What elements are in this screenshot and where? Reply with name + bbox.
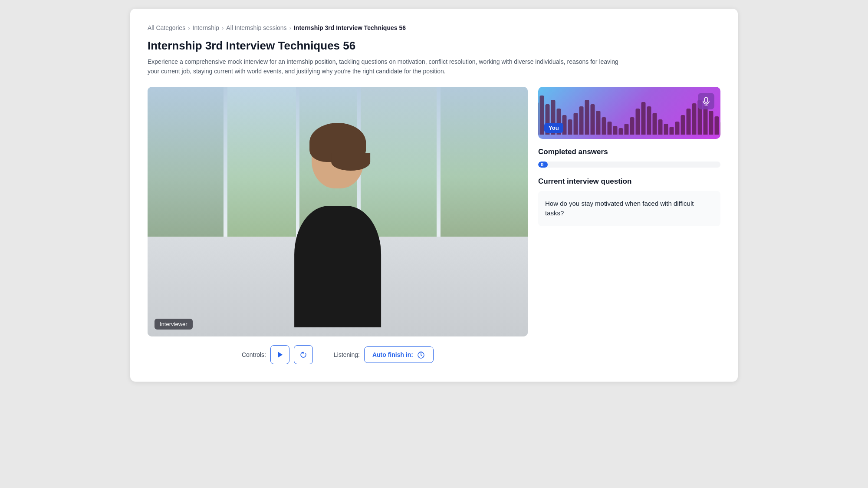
replay-button[interactable] [294,345,313,364]
breadcrumb-sep-2: › [222,25,224,31]
main-card: All Categories › Internship › All Intern… [130,9,738,382]
video-section: Interviewer Controls: [148,87,528,364]
play-button[interactable] [270,345,289,364]
audio-bar [538,102,539,135]
audio-bar [630,117,635,135]
audio-bar [574,113,578,135]
audio-bars-container [538,100,720,135]
audio-bar [591,104,595,135]
audio-bar [687,109,691,135]
video-background [148,87,528,336]
video-container: Interviewer [148,87,528,336]
interviewer-badge: Interviewer [155,319,193,330]
breadcrumb-current: Internship 3rd Interview Techniques 56 [294,24,406,31]
completed-answers-section: Completed answers 0 [538,148,720,177]
audio-bar [619,128,623,135]
svg-rect-1 [705,97,708,102]
question-box: How do you stay motivated when faced wit… [538,191,720,226]
audio-bar [692,103,697,135]
current-question-label: Current interview question [538,177,720,186]
progress-bar: 0 [538,162,548,168]
audio-bar [585,100,589,135]
audio-bar [675,122,680,135]
audio-bar [658,119,663,135]
audio-card: You [538,87,720,139]
listening-section: Listening: Auto finish in: [334,346,434,363]
audio-bar [636,109,640,135]
progress-count: 0 [541,162,543,167]
progress-container: 0 [538,162,720,168]
control-buttons [270,345,313,364]
audio-bar [681,115,685,135]
replay-icon [300,351,307,358]
audio-bar [670,127,674,135]
audio-bar [641,102,646,135]
audio-bar [715,116,719,135]
play-icon [277,351,283,358]
audio-bar [720,122,721,135]
controls-label: Controls: [242,351,266,358]
auto-finish-label: Auto finish in: [372,351,413,358]
audio-bar [704,105,708,135]
right-panel: You Completed answers 0 Current intervie… [538,87,720,226]
audio-bar [568,119,572,135]
controls-row: Controls: [148,345,528,364]
current-question-section: Current interview question How do you st… [538,177,720,226]
window-pane-1 [148,87,224,237]
audio-bar [540,96,544,135]
window-pane-5 [441,87,528,237]
breadcrumb-internship[interactable]: Internship [193,24,219,31]
breadcrumb-sep-1: › [188,25,190,31]
controls-group: Controls: [242,345,313,364]
audio-bar [709,111,713,135]
completed-answers-label: Completed answers [538,148,720,156]
auto-finish-button[interactable]: Auto finish in: [364,346,434,363]
breadcrumb: All Categories › Internship › All Intern… [148,24,720,31]
audio-bar [596,111,601,135]
audio-bar [579,106,584,135]
audio-bar [613,126,618,135]
breadcrumb-all-sessions[interactable]: All Internship sessions [226,24,286,31]
timer-icon [417,350,425,359]
audio-bar [664,124,668,135]
microphone-icon [702,97,710,106]
content-row: Interviewer Controls: [148,87,720,364]
question-text: How do you stay motivated when faced wit… [545,200,694,217]
audio-bar [608,122,612,135]
person-hair [309,123,366,162]
breadcrumb-all-categories[interactable]: All Categories [148,24,185,31]
breadcrumb-sep-3: › [289,25,291,31]
audio-bar [602,117,606,135]
person-figure [233,99,442,336]
page-description: Experience a comprehensive mock intervie… [148,57,625,76]
page-title: Internship 3rd Interview Techniques 56 [148,39,720,53]
mic-button[interactable] [698,93,714,109]
you-badge: You [544,123,563,133]
person-body [294,206,381,327]
audio-bar [653,113,657,135]
audio-bar [625,124,629,135]
listening-label: Listening: [334,351,360,358]
audio-bar [647,106,651,135]
